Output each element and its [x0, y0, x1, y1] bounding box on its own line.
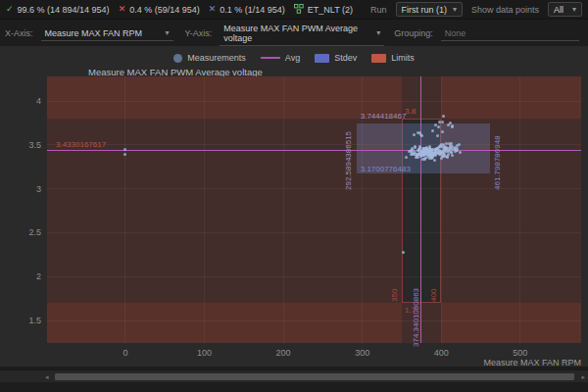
gridline-horizontal [47, 144, 581, 145]
scatter-point[interactable] [416, 149, 419, 152]
pass-rate-label: 99.6 % (14 894/14 954) [18, 5, 110, 15]
y-tick-label: 4 [2, 96, 41, 106]
plot-canvas[interactable] [47, 76, 581, 343]
limit-fail-region [47, 76, 402, 343]
y-axis-select[interactable]: Measure MAX FAN PWM Average voltage ▾ [220, 21, 384, 46]
y-axis-label: Y-Axis: [185, 28, 213, 38]
scatter-point[interactable] [450, 142, 453, 145]
scrollbar-thumb[interactable] [55, 373, 574, 380]
scatter-point[interactable] [414, 146, 416, 149]
y-tick-label: 3 [2, 184, 41, 194]
y-tick-label: 2 [2, 271, 41, 281]
x-axis-label: X-Axis: [5, 28, 33, 38]
x-tick-label: 500 [506, 348, 535, 358]
grouping-placeholder: None [445, 28, 466, 38]
gridline-vertical [519, 76, 520, 343]
gridline-vertical [124, 76, 125, 343]
chevron-down-icon: ▾ [453, 5, 457, 14]
x-tick-label: 200 [269, 348, 298, 358]
y-tick-label: 1.5 [2, 316, 41, 325]
status-bar: ✓ 99.6 % (14 894/14 954) ✕ 0.4 % (59/14 … [0, 0, 588, 20]
legend-label: Avg [285, 53, 300, 63]
scroll-left-icon[interactable]: ◂ [45, 372, 49, 381]
chevron-down-icon: ▾ [572, 5, 576, 14]
show-data-points-label: Show data points [471, 5, 539, 15]
x-axis-value: Measure MAX FAN RPM [45, 28, 143, 38]
x-tick-label: 300 [348, 348, 377, 358]
stdev-box-icon [315, 54, 329, 63]
scatter-point[interactable] [433, 159, 436, 162]
gridline-horizontal [47, 320, 581, 321]
x-axis-title: Measure MAX FAN RPM [385, 358, 581, 368]
scatter-point[interactable] [419, 153, 422, 156]
run-label: Run [370, 5, 387, 15]
show-data-points-select[interactable]: All ▾ [548, 2, 582, 17]
scatter-point[interactable] [441, 151, 444, 154]
horizontal-scrollbar[interactable]: ◂ ▸ [0, 369, 588, 382]
x-tick-label: 100 [190, 348, 220, 358]
axis-controls-row: X-Axis: Measure MAX FAN RPM ▾ Y-Axis: Me… [0, 20, 588, 46]
avg-line-horizontal [47, 150, 581, 151]
legend-label: Limits [391, 53, 415, 63]
scatter-point[interactable] [402, 251, 405, 254]
y-tick-label: 2.5 [2, 227, 41, 237]
x-icon: ✕ [119, 5, 126, 14]
y-axis-value: Measure MAX FAN PWM Average voltage [223, 24, 368, 43]
test-suite-item[interactable]: ET_NLT (2) [294, 4, 353, 16]
legend-item-measurements[interactable]: Measurements [173, 53, 246, 63]
legend-label: Measurements [187, 53, 246, 63]
scatter-point[interactable] [437, 125, 440, 128]
x-tick-label: 400 [426, 348, 456, 358]
chart-panel: Measurements Avg Stdev Limits Measure MA… [0, 46, 588, 367]
chart-legend: Measurements Avg Stdev Limits [0, 53, 588, 63]
limits-box-icon [371, 54, 386, 63]
x-tick-label: 0 [111, 348, 140, 358]
run-select[interactable]: First run (1) ▾ [396, 2, 464, 17]
gridline-vertical [283, 76, 284, 343]
scatter-point[interactable] [447, 150, 450, 153]
measurements-dot-icon [173, 54, 182, 63]
legend-item-limits[interactable]: Limits [371, 53, 415, 63]
scatter-point[interactable] [431, 129, 434, 132]
x-icon: ✕ [209, 5, 217, 14]
scatter-point[interactable] [438, 145, 441, 148]
fail-rate-filter[interactable]: ✕ 0.4 % (59/14 954) [119, 5, 200, 15]
gridline-horizontal [47, 276, 581, 277]
scatter-point[interactable] [456, 144, 459, 147]
scatter-point[interactable] [444, 155, 447, 158]
check-icon: ✓ [6, 5, 14, 14]
grouping-input[interactable]: None [441, 25, 579, 41]
avg-line-vertical [420, 76, 421, 343]
limit-fail-region [441, 76, 581, 343]
test-suite-label: ET_NLT (2) [308, 5, 353, 15]
avg-line-icon [261, 57, 280, 59]
scatter-point[interactable] [441, 130, 444, 133]
gridline-horizontal [47, 232, 581, 233]
legend-item-stdev[interactable]: Stdev [315, 53, 357, 63]
error-rate-label: 0.1 % (1/14 954) [220, 5, 285, 15]
gridline-vertical [204, 76, 205, 343]
chevron-down-icon: ▾ [376, 28, 380, 37]
app-window: ✓ 99.6 % (14 894/14 954) ✕ 0.4 % (59/14 … [0, 0, 588, 392]
legend-item-avg[interactable]: Avg [261, 53, 300, 63]
gridline-vertical [362, 76, 363, 343]
gridline-horizontal [47, 101, 581, 102]
error-rate-filter[interactable]: ✕ 0.1 % (1/14 954) [209, 5, 285, 15]
legend-label: Stdev [334, 53, 357, 63]
scatter-point[interactable] [454, 148, 457, 151]
hierarchy-icon [294, 4, 304, 16]
gridline-horizontal [47, 188, 581, 189]
show-data-points-value: All [554, 5, 564, 15]
scatter-point[interactable] [418, 145, 421, 148]
fail-rate-label: 0.4 % (59/14 954) [129, 5, 200, 15]
pass-rate-filter[interactable]: ✓ 99.6 % (14 894/14 954) [6, 5, 110, 15]
scatter-point[interactable] [405, 156, 408, 159]
y-tick-label: 3.5 [2, 140, 41, 150]
scroll-right-icon[interactable]: ▸ [581, 372, 585, 381]
x-axis-select[interactable]: Measure MAX FAN RPM ▾ [41, 25, 173, 41]
run-select-value: First run (1) [402, 5, 448, 15]
chevron-down-icon: ▾ [166, 28, 170, 37]
scatter-point[interactable] [422, 147, 425, 150]
grouping-label: Grouping: [394, 28, 433, 38]
